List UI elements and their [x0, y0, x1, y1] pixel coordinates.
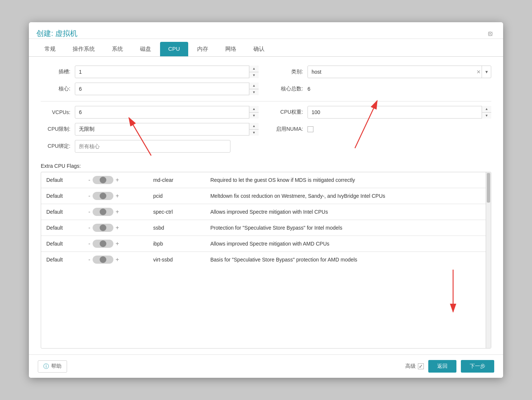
toggle-plus-5[interactable]: +	[115, 256, 120, 263]
flags-row: Default - + virt-ssbd Basis for "Specula…	[41, 252, 491, 268]
flag-name-0: md-clear	[148, 172, 205, 188]
flag-toggle-3[interactable]: - +	[83, 220, 148, 236]
category-label: 类别:	[273, 69, 303, 75]
tab-cpu[interactable]: CPU	[160, 42, 188, 56]
dialog-title: 创建: 虚拟机	[36, 29, 77, 39]
tab-os[interactable]: 操作系统	[64, 42, 103, 56]
tab-system[interactable]: 系统	[104, 42, 131, 56]
toggle-minus-4[interactable]: -	[88, 240, 91, 247]
flags-title: Extra CPU Flags:	[41, 163, 491, 169]
flag-name-3: ssbd	[148, 220, 205, 236]
numa-row: 启用NUMA:	[273, 123, 491, 136]
flags-row: Default - + ibpb Allows improved Spectre…	[41, 236, 491, 252]
toggle-track-0[interactable]	[93, 176, 113, 184]
toggle-minus-5[interactable]: -	[88, 256, 91, 263]
vcpus-spin-up[interactable]: ▲	[249, 106, 259, 113]
socket-spin-up[interactable]: ▲	[249, 66, 259, 72]
cpu-limit-spin-up[interactable]: ▲	[249, 123, 259, 130]
cpu-weight-spin-up[interactable]: ▲	[482, 106, 491, 113]
toggle-minus-2[interactable]: -	[88, 209, 91, 215]
socket-label: 插槽:	[41, 69, 70, 75]
numa-checkbox[interactable]	[307, 126, 313, 132]
tab-network[interactable]: 网络	[217, 42, 245, 56]
close-button[interactable]: ⦻	[485, 28, 496, 39]
category-select-wrap: ✕ ▼	[307, 66, 491, 78]
toggle-plus-0[interactable]: +	[115, 177, 120, 183]
next-button[interactable]: 下一步	[461, 360, 494, 373]
cpu-weight-spin-down[interactable]: ▼	[482, 113, 491, 119]
cpu-weight-row: CPU权重: ▲ ▼	[273, 106, 491, 119]
tab-general[interactable]: 常规	[36, 42, 64, 56]
toggle-track-5[interactable]	[93, 256, 113, 264]
advanced-checkbox[interactable]: ✓	[418, 363, 424, 369]
cpu-limit-row: CPU限制: ▲ ▼	[41, 123, 259, 136]
main-content: 插槽: ▲ ▼ 类别: ✕ ▼ 核心	[29, 57, 503, 354]
toggle-track-3[interactable]	[93, 224, 113, 232]
flag-toggle-4[interactable]: - +	[83, 236, 148, 252]
flag-desc-0: Required to let the guest OS know if MDS…	[205, 172, 491, 188]
toggle-dot-0	[100, 177, 106, 183]
cpu-limit-spin-down[interactable]: ▼	[249, 130, 259, 136]
cpu-weight-label: CPU权重:	[273, 109, 303, 116]
form-section-top: 插槽: ▲ ▼ 类别: ✕ ▼ 核心	[41, 66, 491, 101]
flag-toggle-1[interactable]: - +	[83, 188, 148, 204]
tab-confirm[interactable]: 确认	[245, 42, 273, 56]
toggle-minus-3[interactable]: -	[88, 224, 91, 231]
scroll-thumb[interactable]	[487, 173, 490, 203]
advanced-wrap: 高级 ✓	[405, 363, 424, 370]
title-bar: 创建: 虚拟机 ⦻	[29, 22, 503, 39]
toggle-plus-1[interactable]: +	[115, 193, 120, 199]
flag-toggle-5[interactable]: - +	[83, 252, 148, 268]
toggle-dot-4	[100, 240, 106, 247]
cpu-limit-input-wrap: ▲ ▼	[75, 123, 259, 136]
cpu-limit-input[interactable]	[75, 123, 259, 136]
toggle-dot-1	[100, 193, 106, 199]
vcpus-label: VCPUs:	[41, 109, 70, 115]
category-clear-button[interactable]: ✕	[476, 68, 482, 76]
help-button[interactable]: ⓘ 帮助	[38, 360, 67, 373]
flag-name-4: ibpb	[148, 236, 205, 252]
toggle-minus-1[interactable]: -	[88, 193, 91, 199]
vcpus-input[interactable]	[75, 106, 259, 119]
flags-row: Default - + ssbd Protection for "Specula…	[41, 220, 491, 236]
toggle-plus-2[interactable]: +	[115, 209, 120, 215]
tab-memory[interactable]: 内存	[189, 42, 216, 56]
cores-label: 核心:	[41, 86, 70, 92]
flag-toggle-2[interactable]: - +	[83, 204, 148, 220]
vcpus-spinner: ▲ ▼	[249, 106, 259, 119]
flag-toggle-0[interactable]: - +	[83, 172, 148, 188]
toggle-track-4[interactable]	[93, 240, 113, 248]
toggle-track-2[interactable]	[93, 208, 113, 216]
toggle-minus-0[interactable]: -	[88, 177, 91, 183]
socket-spin-down[interactable]: ▼	[249, 72, 259, 79]
total-cores-label: 核心总数:	[273, 86, 303, 92]
cores-spin-down[interactable]: ▼	[249, 89, 259, 96]
flag-desc-2: Allows improved Spectre mitigation with …	[205, 204, 491, 220]
socket-input[interactable]	[75, 66, 259, 78]
cpu-bind-input[interactable]	[75, 140, 230, 153]
toggle-plus-3[interactable]: +	[115, 224, 120, 231]
vcpus-spin-down[interactable]: ▼	[249, 113, 259, 119]
cpu-weight-input[interactable]	[307, 106, 491, 119]
flags-section: Extra CPU Flags: Default - + md-clear Re…	[41, 163, 491, 349]
toggle-dot-3	[100, 224, 106, 231]
help-icon: ⓘ	[43, 363, 49, 370]
category-input[interactable]	[307, 66, 491, 78]
toggle-plus-4[interactable]: +	[115, 240, 120, 247]
category-dropdown-arrow[interactable]: ▼	[482, 66, 491, 78]
toggle-track-1[interactable]	[93, 192, 113, 200]
category-row: 类别: ✕ ▼	[273, 66, 491, 78]
back-button[interactable]: 返回	[428, 360, 456, 373]
help-label: 帮助	[51, 363, 61, 370]
flag-name-1: pcid	[148, 188, 205, 204]
cores-input[interactable]	[75, 83, 259, 95]
tabs-bar: 常规 操作系统 系统 磁盘 CPU 内存 网络 确认	[29, 42, 503, 57]
tab-disk[interactable]: 磁盘	[132, 42, 159, 56]
scrollbar[interactable]	[486, 172, 491, 348]
flags-row: Default - + md-clear Required to let the…	[41, 172, 491, 188]
cpu-bind-label: CPU绑定:	[41, 143, 70, 150]
form-section-mid: VCPUs: ▲ ▼ CPU权重: ▲ ▼	[41, 106, 491, 159]
cores-spin-up[interactable]: ▲	[249, 83, 259, 89]
cpu-limit-spinner: ▲ ▼	[249, 123, 259, 136]
footer: ⓘ 帮助 高级 ✓ 返回 下一步	[29, 354, 503, 378]
